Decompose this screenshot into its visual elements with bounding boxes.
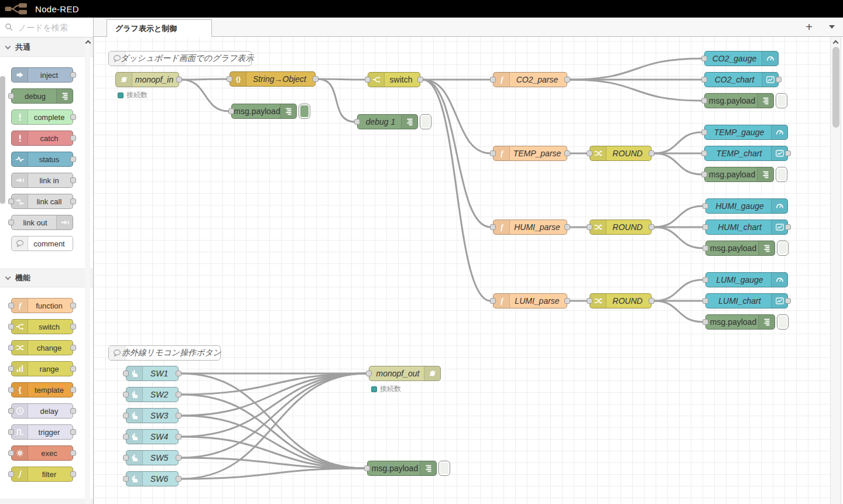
node-output-port[interactable] <box>70 450 76 456</box>
palette-category-header[interactable]: 機能 <box>0 268 93 287</box>
node-output-port[interactable] <box>70 429 76 435</box>
flow-node-humi-parse[interactable]: fHUMI_parse <box>493 220 567 235</box>
node-output-port[interactable] <box>70 156 76 162</box>
node-input-port[interactable] <box>490 77 496 83</box>
add-flow-button[interactable]: + <box>802 20 816 35</box>
debug-toggle-button[interactable] <box>776 167 787 182</box>
palette-node-delay[interactable]: delay <box>11 403 73 419</box>
node-input-port[interactable] <box>701 98 707 104</box>
node-output-port[interactable] <box>649 224 654 230</box>
wire-round-lumi-to-lumi-gauge[interactable] <box>654 280 703 301</box>
palette-node-exec[interactable]: exec <box>11 445 73 461</box>
flow-node-debug-1[interactable]: debug 1 <box>357 114 418 129</box>
palette-node-debug[interactable]: debug <box>11 88 73 104</box>
node-output-port[interactable] <box>70 345 76 351</box>
wire-round-lumi-to-msg-payload-lumi[interactable] <box>654 301 703 322</box>
debug-toggle-button[interactable] <box>299 104 310 119</box>
node-output-port[interactable] <box>313 76 318 82</box>
palette-node-range[interactable]: range <box>11 361 73 376</box>
node-input-port[interactable] <box>702 203 708 209</box>
node-input-port[interactable] <box>587 298 592 304</box>
node-input-port[interactable] <box>701 56 707 61</box>
flow-node-string-to-object[interactable]: {}String→Object <box>229 71 316 87</box>
node-input-port[interactable] <box>702 277 708 283</box>
flow-node-sw6[interactable]: SW6 <box>126 471 179 486</box>
flow-node-msg-payload-remote[interactable]: msg.payload <box>367 461 437 476</box>
node-output-port[interactable] <box>776 77 782 83</box>
palette-node-inject[interactable]: inject <box>11 67 73 83</box>
node-input-port[interactable] <box>701 172 707 177</box>
wire-round-humi-to-msg-payload-humi[interactable] <box>654 227 703 248</box>
palette-node-trigger[interactable]: trigger <box>11 424 73 440</box>
node-output-port[interactable] <box>564 150 570 156</box>
node-output-port[interactable] <box>70 471 76 477</box>
flow-node-sw4[interactable]: SW4 <box>126 429 179 444</box>
node-input-port[interactable] <box>123 392 129 397</box>
canvas-scroll-up-icon[interactable] <box>833 40 839 46</box>
flow-node-lumi-chart[interactable]: LUMI_chart <box>705 293 788 308</box>
flow-node-msg-payload-lumi[interactable]: msg.payload <box>705 314 775 330</box>
node-output-port[interactable] <box>70 114 76 120</box>
node-input-port[interactable] <box>8 345 14 351</box>
node-input-port[interactable] <box>702 245 708 251</box>
canvas-scrollbar-thumb[interactable] <box>832 47 839 128</box>
node-input-port[interactable] <box>365 77 371 83</box>
palette-node-template[interactable]: {template <box>11 382 73 397</box>
node-input-port[interactable] <box>123 371 129 376</box>
node-input-port[interactable] <box>587 150 592 156</box>
palette-node-link-out[interactable]: link out <box>11 215 73 230</box>
wire-monopf-in-to-msg-payload-top[interactable] <box>181 80 229 111</box>
palette-node-complete[interactable]: complete <box>11 109 73 125</box>
node-output-port[interactable] <box>176 77 182 83</box>
node-input-port[interactable] <box>8 324 14 330</box>
debug-toggle-button[interactable] <box>420 114 431 129</box>
flow-node-lumi-parse[interactable]: fLUMI_parse <box>493 293 567 308</box>
palette-node-catch[interactable]: catch <box>11 131 73 146</box>
palette-node-change[interactable]: change <box>11 340 73 355</box>
flow-node-msg-payload-top[interactable]: msg.payload <box>231 104 297 119</box>
node-output-port[interactable] <box>417 77 423 83</box>
node-input-port[interactable] <box>8 303 14 308</box>
palette-scrollbar-thumb[interactable] <box>0 76 5 204</box>
wire-monopf-in-to-string-to-object[interactable] <box>181 79 227 80</box>
flow-node-co2-parse[interactable]: fCO2_parse <box>493 72 567 87</box>
chevron-down-icon[interactable] <box>829 25 835 29</box>
flow-node-msg-payload-co2[interactable]: msg.payload <box>704 93 774 108</box>
node-input-port[interactable] <box>587 224 592 230</box>
node-input-port[interactable] <box>490 298 496 304</box>
flow-node-lumi-gauge[interactable]: LUMI_gauge <box>705 272 788 287</box>
node-input-port[interactable] <box>701 150 707 156</box>
debug-toggle-button[interactable] <box>777 314 789 330</box>
node-input-port[interactable] <box>228 108 234 114</box>
node-output-port[interactable] <box>70 366 76 372</box>
node-output-port[interactable] <box>785 224 791 230</box>
node-input-port[interactable] <box>123 434 129 440</box>
node-input-port[interactable] <box>702 298 708 304</box>
palette-node-comment[interactable]: comment <box>11 236 73 251</box>
node-input-port[interactable] <box>8 93 14 99</box>
palette-category-header[interactable]: 共通 <box>0 37 93 57</box>
palette-node-function[interactable]: ffunction <box>11 298 73 313</box>
node-output-port[interactable] <box>70 135 76 141</box>
search-input[interactable] <box>17 22 86 33</box>
tab-graph-display[interactable]: グラフ表示と制御 <box>107 19 212 37</box>
node-input-port[interactable] <box>8 429 14 435</box>
flow-canvas[interactable]: ダッシュボード画面でのグラフ表示monopf_in接続数{}String→Obj… <box>94 37 843 504</box>
node-output-port[interactable] <box>564 224 570 230</box>
node-input-port[interactable] <box>123 413 129 419</box>
node-input-port[interactable] <box>701 77 707 83</box>
flow-node-temp-parse[interactable]: fTEMP_parse <box>493 146 567 161</box>
wire-switch-node-to-temp-parse[interactable] <box>423 80 491 153</box>
palette-node-link-in[interactable]: link in <box>11 173 73 188</box>
flow-node-sw3[interactable]: SW3 <box>126 408 179 423</box>
wire-co2-parse-to-co2-gauge[interactable] <box>570 59 702 80</box>
palette-node-status[interactable]: status <box>11 152 73 167</box>
node-output-port[interactable] <box>785 298 791 304</box>
flow-node-co2-chart[interactable]: CO2_chart <box>704 72 779 87</box>
node-output-port[interactable] <box>70 198 76 204</box>
flow-node-round-humi[interactable]: ROUND <box>590 220 652 235</box>
palette-node-link-call[interactable]: link call <box>11 194 73 209</box>
debug-toggle-button[interactable] <box>776 93 787 108</box>
wire-round-temp-to-temp-gauge[interactable] <box>654 132 702 153</box>
flow-node-temp-chart[interactable]: TEMP_chart <box>704 146 788 161</box>
